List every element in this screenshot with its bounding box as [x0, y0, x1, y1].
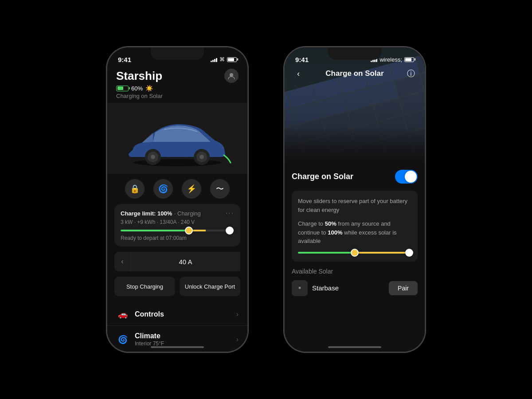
controls-chevron: ›: [236, 310, 239, 318]
signal-bars-1: [211, 57, 217, 62]
charge-track: [121, 230, 234, 231]
page-title: Charge on Solar: [325, 69, 383, 78]
svg-point-4: [151, 155, 155, 159]
info-button[interactable]: ⓘ: [404, 67, 418, 80]
car-image: [120, 107, 235, 169]
battery-row: 60% ☀️: [116, 85, 239, 92]
defrost-button[interactable]: 〜: [210, 179, 230, 199]
charge-solar-toggle-label: Charge on Solar: [292, 172, 353, 181]
solar-source-name: Starbase: [312, 284, 384, 292]
charge-slider[interactable]: [121, 230, 234, 231]
more-options[interactable]: ···: [226, 209, 234, 217]
battery-icon-2: [404, 57, 414, 62]
range-100: 100%: [328, 229, 342, 236]
range-50: 50%: [325, 220, 336, 227]
charge-stats: 3 kW · +9 kWh · 13/40A · 240 V: [121, 219, 234, 225]
home-indicator-2: [328, 346, 381, 348]
info-icon: ⓘ: [407, 68, 415, 79]
svg-rect-33: [285, 127, 425, 163]
time-2: 9:41: [295, 56, 309, 63]
charge-card: Charge limit: 100% · Charging ··· 3 kW ·…: [114, 204, 240, 246]
vehicle-name: Starship: [116, 69, 162, 83]
battery-icon-1: [227, 57, 237, 62]
climate-icon: 🌀: [116, 335, 129, 344]
depart-time: Ready to depart at 07:00am: [121, 235, 234, 241]
wifi-icon-1: ⌘: [219, 56, 225, 63]
p2-content: Charge on Solar Move sliders to reserve …: [285, 163, 425, 303]
quick-actions: 🔒 🌀 ⚡ 〜: [107, 174, 247, 204]
charging-status: Charging on Solar: [116, 93, 239, 99]
back-button[interactable]: ‹: [292, 67, 305, 80]
solar-source-icon: ▪: [292, 280, 308, 296]
controls-label: Controls: [135, 310, 164, 318]
car-battery-bar: [116, 86, 129, 91]
solar-info-card: Move sliders to reserve part of your bat…: [292, 191, 418, 262]
p1-title-row: Starship: [116, 69, 239, 83]
solar-info-description: Move sliders to reserve part of your bat…: [298, 197, 411, 214]
solar-pair-row: ▪ Starbase Pair: [292, 280, 418, 296]
amp-back-btn[interactable]: ‹: [114, 252, 130, 271]
action-buttons: Stop Charging Unlock Charge Port: [114, 277, 240, 296]
amp-display: 40 A: [130, 252, 240, 271]
menu-item-controls[interactable]: 🚗 Controls ›: [107, 303, 247, 326]
signal-bars-2: [371, 57, 377, 62]
back-arrow-icon: ‹: [121, 258, 123, 266]
solar-thumb-50[interactable]: [351, 249, 359, 257]
solar-thumb-100[interactable]: [405, 249, 413, 257]
car-area: [107, 103, 247, 174]
solar-track-green: [298, 252, 355, 254]
phone-2-screen: 9:41 wireless;: [285, 47, 425, 352]
phone-2: 9:41 wireless;: [284, 47, 426, 352]
avatar-button[interactable]: [224, 69, 239, 83]
charging-badge: · Charging: [174, 210, 201, 217]
unlock-charge-port-button[interactable]: Unlock Charge Port: [180, 277, 240, 296]
solar-track-yellow: [355, 252, 409, 254]
pair-button[interactable]: Pair: [389, 281, 418, 295]
sun-icon: ☀️: [145, 85, 153, 92]
svg-point-7: [200, 155, 204, 159]
charge-card-header: Charge limit: 100% · Charging ···: [121, 209, 234, 217]
status-icons-2: wireless;: [371, 56, 414, 63]
slider-thumb-limit[interactable]: [226, 227, 234, 235]
available-solar-label: Available Solar: [292, 268, 418, 275]
phones-container: 9:41 ⌘: [106, 47, 426, 352]
climate-chevron: ›: [236, 336, 239, 344]
climate-label: Climate: [135, 332, 164, 340]
solar-range-description: Charge to 50% from any source and contin…: [298, 219, 411, 246]
status-bar-1: 9:41 ⌘: [107, 47, 247, 67]
wifi-icon-2: wireless;: [379, 56, 402, 63]
time-1: 9:41: [118, 56, 131, 63]
charge-track-green: [121, 230, 189, 231]
amp-row: ‹ 40 A: [114, 252, 240, 271]
climate-sub: Interior 75°F: [135, 340, 164, 347]
status-bar-2: 9:41 wireless;: [285, 47, 425, 67]
toggle-knob: [405, 171, 417, 183]
solar-hero-image: 9:41 wireless;: [285, 47, 425, 163]
controls-icon: 🚗: [116, 309, 129, 319]
phone-1: 9:41 ⌘: [106, 47, 248, 352]
back-icon: ‹: [297, 69, 300, 78]
toggle-row: Charge on Solar: [292, 170, 418, 184]
slider-thumb-charge[interactable]: [185, 227, 193, 235]
battery-percent: 60%: [131, 85, 143, 92]
p2-nav: ‹ Charge on Solar ⓘ: [285, 67, 425, 80]
charge-button[interactable]: ⚡: [182, 179, 201, 199]
p1-header: Starship 60% ☀️: [107, 67, 247, 103]
fan-button[interactable]: 🌀: [153, 179, 173, 199]
status-icons-1: ⌘: [211, 56, 237, 63]
stop-charging-button[interactable]: Stop Charging: [114, 277, 175, 296]
home-indicator-1: [151, 346, 204, 348]
charge-solar-toggle[interactable]: [395, 170, 418, 184]
phone-1-screen: 9:41 ⌘: [107, 47, 247, 352]
lock-button[interactable]: 🔒: [125, 179, 145, 199]
solar-slider[interactable]: [298, 252, 411, 254]
charge-limit-label: Charge limit: 100%: [121, 210, 172, 217]
svg-point-0: [230, 73, 233, 77]
range-prefix: Charge to: [298, 220, 325, 227]
